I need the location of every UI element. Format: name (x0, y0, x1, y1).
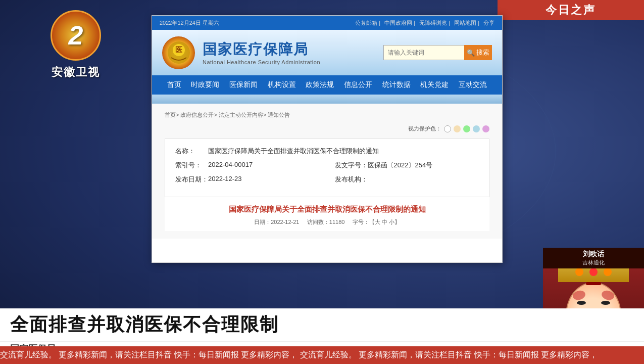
bottom-headline-bar: 全面排查并取消医保不合理限制 国家医保局 (0, 308, 644, 346)
web-logo-area: 医 国家医疗保障局 National Healthcare Security A… (152, 30, 502, 75)
station-name: 安徽卫视 (52, 65, 100, 80)
doc-meta: 日期：2022-12-21 访问数：11180 字号：【大 中 小】 (165, 218, 489, 231)
web-org-logo-icon: 医 (162, 36, 195, 69)
doc-date-label: 发布日期： (175, 175, 208, 184)
doc-date-row: 发布日期： 2022-12-23 发布机构： (175, 175, 479, 184)
doc-info-table: 名称： 国家医疗保障局关于全面排查并取消医保不合理限制的通知 索引号： 2022… (165, 139, 489, 197)
web-top-bar: 2022年12月24日 星期六 公务邮箱 中国政府网 无障碍浏览 网站地图 分享 (152, 16, 502, 30)
doc-ref-label: 发文字号： (335, 161, 368, 170)
nav-policy[interactable]: 政策法规 (302, 75, 338, 95)
nav-org[interactable]: 机构设置 (264, 75, 300, 95)
vision-bar: 视力保护色： (165, 125, 489, 132)
person-name-bar: 刘欧话 吉林通化 (543, 248, 644, 268)
vision-wheat[interactable] (454, 125, 461, 132)
ticker-bar: 交流育儿经验。 更多精彩新闻，请关注栏目抖音 快手：每日新闻报 更多精彩内容， … (0, 346, 644, 364)
top-right-banner-text: 今日之声 (546, 3, 596, 18)
doc-index-row: 索引号： 2022-04-00017 发文字号： 医保函〔2022〕254号 (175, 161, 479, 170)
doc-org-value (368, 175, 479, 184)
top-right-banner: 今日之声 (498, 0, 644, 20)
web-search-button[interactable]: 🔍 搜索 (464, 45, 492, 60)
vision-purple[interactable] (482, 125, 489, 132)
ticker-content: 交流育儿经验。 更多精彩新闻，请关注栏目抖音 快手：每日新闻报 更多精彩内容， … (0, 350, 598, 360)
doc-name-value: 国家医疗保障局关于全面排查并取消医保不合理限制的通知 (208, 147, 479, 156)
vision-blue[interactable] (473, 125, 480, 132)
doc-name-label: 名称： (175, 147, 208, 156)
web-org-name: 国家医疗保障局 National Healthcare Security Adm… (203, 40, 320, 65)
nav-stats[interactable]: 统计数据 (378, 75, 415, 95)
link-mail[interactable]: 公务邮箱 (355, 19, 380, 27)
nav-politics[interactable]: 时政要闻 (187, 75, 223, 95)
web-org-name-en: National Healthcare Security Administrat… (203, 59, 320, 65)
svg-text:医: 医 (175, 46, 182, 54)
logo-number: 2 (69, 22, 83, 49)
headline-text: 全面排查并取消医保不合理限制 (10, 312, 279, 337)
station-logo-area: 2 安徽卫视 (0, 0, 152, 258)
link-gov[interactable]: 中国政府网 (384, 19, 415, 27)
link-share[interactable]: 分享 (483, 19, 494, 27)
doc-meta-date: 日期：2022-12-21 (254, 219, 299, 225)
web-breadcrumb: 首页> 政府信息公开> 法定主动公开内容> 通知公告 (165, 111, 489, 119)
nav-home[interactable]: 首页 (163, 75, 185, 95)
web-content-area: 首页> 政府信息公开> 法定主动公开内容> 通知公告 视力保护色： 名称： 国家… (152, 104, 502, 239)
web-date: 2022年12月24日 星期六 (160, 19, 219, 27)
website-frame: 2022年12月24日 星期六 公务邮箱 中国政府网 无障碍浏览 网站地图 分享… (152, 15, 503, 263)
nav-party[interactable]: 机关党建 (416, 75, 453, 95)
web-nav: 首页 时政要闻 医保新闻 机构设置 政策法规 信息公开 统计数据 机关党建 互动… (152, 75, 502, 95)
doc-index-label: 索引号： (175, 161, 208, 170)
link-sitemap[interactable]: 网站地图 (454, 19, 479, 27)
person-location: 吉林通化 (582, 259, 605, 266)
search-icon: 🔍 (467, 49, 475, 57)
doc-meta-size: 字号：【大 中 小】 (353, 219, 400, 225)
station-logo-circle: 2 (51, 10, 101, 61)
headline-main: 全面排查并取消医保不合理限制 (0, 308, 644, 341)
vision-green[interactable] (463, 125, 470, 132)
web-org-name-cn: 国家医疗保障局 (203, 40, 320, 59)
search-btn-label: 搜索 (476, 48, 489, 57)
web-top-links: 公务邮箱 中国政府网 无障碍浏览 网站地图 分享 (355, 19, 494, 27)
vision-white[interactable] (444, 125, 451, 132)
doc-org-label: 发布机构： (335, 175, 368, 184)
web-search-area: 🔍 搜索 (383, 45, 492, 60)
doc-title-main: 国家医疗保障局关于全面排查并取消医保不合理限制的通知 (165, 197, 489, 218)
nav-interact[interactable]: 互动交流 (455, 75, 491, 95)
web-banner-strip (152, 95, 502, 104)
doc-ref-value: 医保函〔2022〕254号 (368, 161, 479, 170)
nav-info[interactable]: 信息公开 (340, 75, 376, 95)
nav-yibao-news[interactable]: 医保新闻 (225, 75, 262, 95)
doc-name-row: 名称： 国家医疗保障局关于全面排查并取消医保不合理限制的通知 (175, 147, 479, 156)
link-accessible[interactable]: 无障碍浏览 (419, 19, 450, 27)
web-search-input[interactable] (383, 45, 464, 60)
person-name: 刘欧话 (583, 250, 604, 259)
doc-index-value: 2022-04-00017 (208, 161, 320, 170)
doc-meta-views: 访问数：11180 (307, 219, 345, 225)
doc-date-value: 2022-12-23 (208, 175, 320, 184)
vision-label: 视力保护色： (408, 125, 441, 132)
